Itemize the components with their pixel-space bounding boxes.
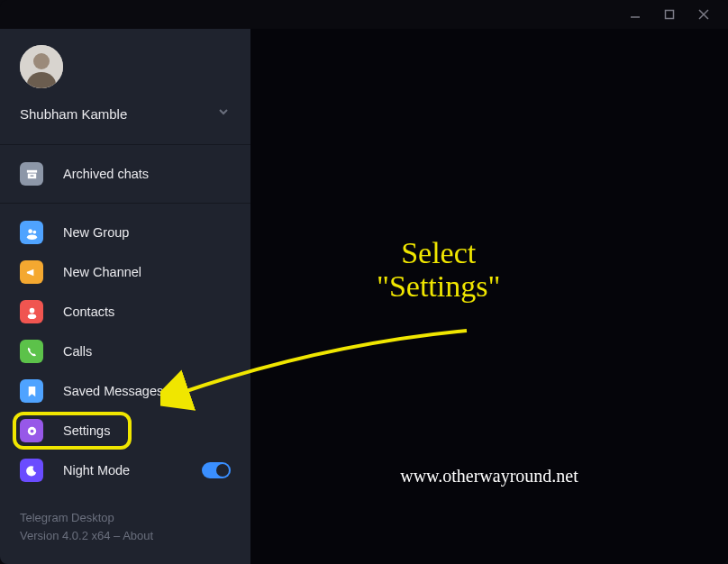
avatar[interactable] — [20, 45, 63, 88]
sidebar: Shubham Kamble Archived chats New Group — [0, 29, 250, 564]
app-name: Telegram Desktop — [20, 509, 231, 527]
menu-label: Saved Messages — [63, 384, 163, 398]
account-switcher[interactable]: Shubham Kamble — [20, 105, 231, 123]
moon-icon — [20, 459, 43, 482]
menu-label: Night Mode — [63, 463, 130, 478]
sidebar-item-new-group[interactable]: New Group — [0, 213, 250, 252]
sidebar-item-archived-chats[interactable]: Archived chats — [0, 154, 250, 194]
svg-point-14 — [29, 307, 34, 313]
gear-icon — [20, 419, 43, 442]
main-area: Select "Settings" www.otherwayround.net — [250, 29, 728, 564]
svg-point-11 — [32, 230, 36, 233]
version-line[interactable]: Version 4.0.2 x64 – About — [20, 527, 231, 545]
minimize-button[interactable] — [629, 8, 642, 21]
svg-rect-9 — [30, 175, 33, 176]
username: Shubham Kamble — [20, 106, 127, 122]
annotation-text: Select "Settings" — [377, 236, 500, 304]
sidebar-item-calls[interactable]: Calls — [0, 332, 250, 371]
sidebar-item-contacts[interactable]: Contacts — [0, 292, 250, 332]
svg-point-12 — [26, 234, 36, 240]
chevron-down-icon — [216, 105, 231, 123]
svg-rect-13 — [26, 271, 28, 273]
watermark: www.otherwayround.net — [400, 466, 578, 487]
menu-label: Settings — [63, 423, 110, 438]
sidebar-item-saved-messages[interactable]: Saved Messages — [0, 371, 250, 411]
titlebar — [0, 0, 728, 29]
menu-label: Contacts — [63, 305, 114, 319]
svg-point-17 — [30, 429, 33, 432]
menu-label: New Channel — [63, 265, 141, 279]
svg-rect-1 — [666, 11, 674, 19]
menu-label: New Group — [63, 225, 129, 240]
person-icon — [20, 300, 43, 323]
footer: Telegram Desktop Version 4.0.2 x64 – Abo… — [0, 509, 250, 564]
phone-icon — [20, 340, 43, 363]
megaphone-icon — [20, 260, 43, 284]
divider — [0, 144, 250, 145]
divider — [0, 203, 250, 204]
svg-point-15 — [27, 314, 35, 319]
svg-point-5 — [33, 53, 50, 69]
bookmark-icon — [20, 379, 43, 403]
maximize-button[interactable] — [663, 8, 676, 21]
night-mode-toggle[interactable] — [202, 462, 231, 478]
group-icon — [20, 221, 43, 244]
svg-rect-7 — [26, 169, 36, 172]
sidebar-item-night-mode[interactable]: Night Mode — [0, 450, 250, 490]
menu-label: Archived chats — [63, 167, 149, 181]
svg-point-10 — [28, 229, 32, 233]
menu-label: Calls — [63, 344, 92, 359]
close-button[interactable] — [697, 8, 710, 21]
sidebar-item-new-channel[interactable]: New Channel — [0, 252, 250, 292]
sidebar-item-settings[interactable]: Settings — [0, 411, 250, 450]
archive-icon — [20, 162, 43, 186]
